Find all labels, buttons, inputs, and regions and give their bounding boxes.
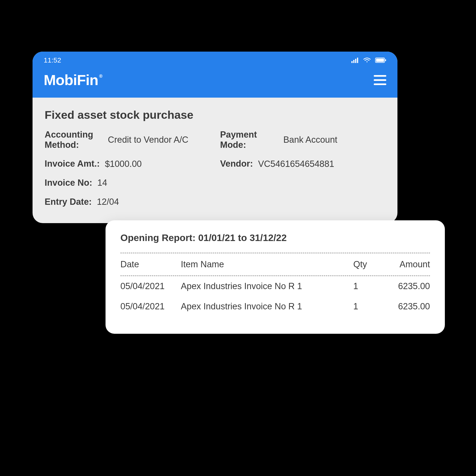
page-title: Fixed asset stock purchase — [45, 108, 386, 121]
brand-registered: ® — [99, 73, 102, 79]
status-time: 11:52 — [44, 56, 61, 64]
svg-rect-0 — [351, 61, 353, 63]
col-qty: Qty — [353, 259, 384, 269]
svg-rect-5 — [376, 59, 384, 62]
entry-date-value: 12/04 — [97, 197, 119, 207]
svg-rect-2 — [355, 59, 356, 63]
wifi-icon — [363, 57, 371, 63]
cell-qty: 1 — [353, 302, 384, 311]
cell-qty: 1 — [353, 281, 384, 291]
app-header: MobiFin® — [33, 69, 397, 98]
detail-grid: Accounting Method: Credit to Vendor A/C … — [45, 130, 386, 207]
cell-item: Apex Industries Invoice No R 1 — [181, 281, 353, 291]
app-window: 11:52 — [33, 51, 397, 223]
cell-date: 05/04/2021 — [120, 302, 181, 311]
accounting-method-value: Credit to Vendor A/C — [108, 135, 188, 145]
payment-mode-row: Payment Mode: Bank Account — [220, 130, 386, 150]
invoice-no-label: Invoice No: — [45, 178, 92, 188]
col-amount: Amount — [384, 259, 430, 269]
svg-rect-3 — [357, 58, 358, 63]
brand-name: MobiFin — [44, 72, 98, 88]
accounting-method-row: Accounting Method: Credit to Vendor A/C — [45, 130, 211, 150]
invoice-no-value: 14 — [97, 178, 107, 188]
cell-amount: 6235.00 — [384, 302, 430, 311]
invoice-amt-row: Invoice Amt.: $1000.00 — [45, 159, 211, 169]
svg-rect-6 — [385, 59, 386, 61]
vendor-row: Vendor: VC5461654654881 — [220, 159, 386, 169]
cell-date: 05/04/2021 — [120, 281, 181, 291]
brand-logo: MobiFin® — [44, 72, 102, 88]
battery-icon — [375, 57, 386, 63]
signal-icon — [351, 57, 359, 63]
report-header-row: Date Item Name Qty Amount — [120, 253, 430, 275]
entry-date-label: Entry Date: — [45, 197, 92, 207]
col-item: Item Name — [181, 259, 353, 269]
entry-date-row: Entry Date: 12/04 — [45, 197, 211, 207]
svg-rect-1 — [353, 60, 355, 63]
report-title: Opening Report: 01/01/21 to 31/12/22 — [120, 232, 430, 243]
table-row: 05/04/2021 Apex Industries Invoice No R … — [120, 296, 430, 317]
vendor-label: Vendor: — [220, 159, 253, 169]
payment-mode-value: Bank Account — [283, 135, 337, 145]
page-content: Fixed asset stock purchase Accounting Me… — [33, 98, 397, 223]
report-body: 05/04/2021 Apex Industries Invoice No R … — [120, 276, 430, 317]
invoice-amt-label: Invoice Amt.: — [45, 159, 100, 169]
status-bar: 11:52 — [33, 51, 397, 69]
payment-mode-label: Payment Mode: — [220, 130, 278, 150]
cell-item: Apex Industries Invoice No R 1 — [181, 302, 353, 311]
cell-amount: 6235.00 — [384, 281, 430, 291]
opening-report-card: Opening Report: 01/01/21 to 31/12/22 Dat… — [105, 220, 445, 334]
vendor-value: VC5461654654881 — [258, 159, 334, 169]
menu-icon[interactable] — [374, 75, 386, 85]
invoice-amt-value: $1000.00 — [105, 159, 142, 169]
invoice-no-row: Invoice No: 14 — [45, 178, 211, 188]
table-row: 05/04/2021 Apex Industries Invoice No R … — [120, 276, 430, 296]
accounting-method-label: Accounting Method: — [45, 130, 103, 150]
status-icons — [351, 57, 386, 63]
col-date: Date — [120, 259, 181, 269]
